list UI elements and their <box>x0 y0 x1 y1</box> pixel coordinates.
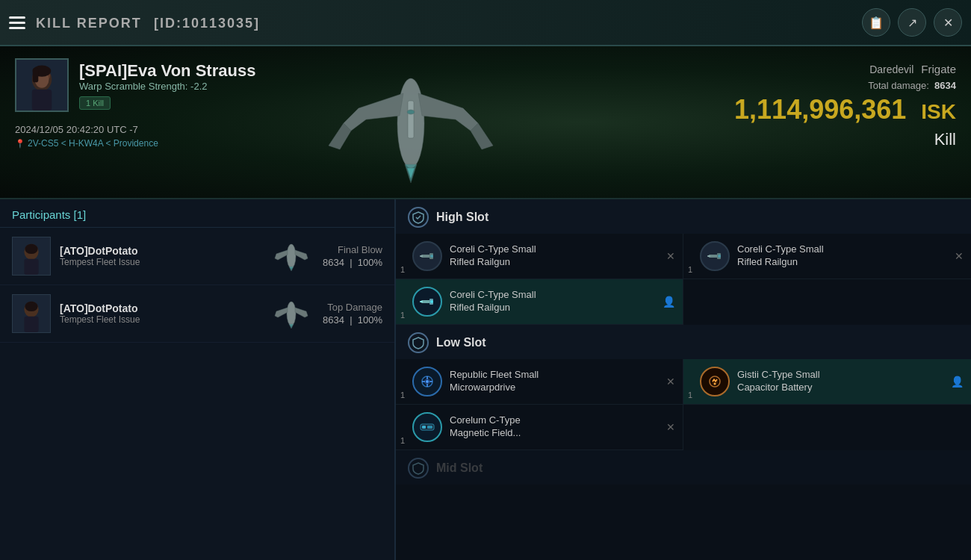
pilot-sub: Warp Scramble Strength: -2.2 <box>79 81 255 92</box>
svg-point-17 <box>25 302 37 311</box>
svg-point-31 <box>430 300 433 303</box>
participant-damage-row: 8634 | 100% <box>323 257 382 268</box>
more-slot-icon <box>408 458 429 479</box>
module-remove-button[interactable]: ✕ <box>666 250 675 262</box>
module-item[interactable]: 1 Corelum C-TypeMagnetic Field... ✕ <box>396 405 683 450</box>
close-icon: ✕ <box>943 16 953 30</box>
module-icon <box>700 367 730 396</box>
isk-value: 1,114,996,361 ISK <box>734 94 956 125</box>
participant-avatar-img <box>13 237 50 276</box>
module-remove-button[interactable]: ✕ <box>666 376 675 388</box>
copy-button[interactable]: 📋 <box>862 8 890 37</box>
title-id: [ID:10113035] <box>154 16 260 31</box>
ship-name: Daredevil <box>869 63 913 75</box>
hero-location[interactable]: 2V-CS5 < H-KW4A < Providence <box>15 138 299 149</box>
participant-stats: Top Damage 8634 | 100% <box>323 302 382 326</box>
header-title: KILL REPORT [ID:10113035] <box>36 13 862 32</box>
menu-button[interactable] <box>9 16 25 29</box>
high-slot-icon <box>408 207 429 228</box>
module-item[interactable]: 1 Coreli C-Type SmallRifled Railgun ✕ <box>683 234 971 279</box>
participant-item[interactable]: [ATO]DotPotato Tempest Fleet Issue Top D… <box>0 285 394 343</box>
header-icons: 📋 ↗ ✕ <box>862 8 962 37</box>
module-icon <box>412 241 442 271</box>
total-damage-row: Total damage: 8634 <box>734 80 956 91</box>
participant-percent: 100% <box>358 257 382 268</box>
svg-rect-39 <box>422 426 426 429</box>
module-name: Coreli C-Type SmallRifled Railgun <box>450 289 536 314</box>
participants-count: [1] <box>74 208 87 221</box>
low-slot-title: Low Slot <box>436 336 486 349</box>
ship-icon <box>269 297 314 331</box>
participant-info: [ATO]DotPotato Tempest Fleet Issue <box>60 302 260 325</box>
header: KILL REPORT [ID:10113035] 📋 ↗ ✕ <box>0 0 971 46</box>
module-qty: 1 <box>688 265 692 274</box>
railgun-icon <box>419 293 435 310</box>
participant-ship: Tempest Fleet Issue <box>60 314 260 325</box>
module-item[interactable]: 1 Republic Fleet SmallMicrowarpdrive ✕ <box>396 359 683 405</box>
export-button[interactable]: ↗ <box>898 8 926 37</box>
module-qty: 1 <box>400 391 405 399</box>
module-name: Coreli C-Type SmallRifled Railgun <box>737 243 824 269</box>
module-item-highlighted[interactable]: 1 Gistii C-Type SmallCapacitor Battery 👤 <box>683 359 971 405</box>
svg-rect-13 <box>24 259 38 275</box>
svg-point-14 <box>287 244 296 268</box>
module-name: Republic Fleet SmallMicrowarpdrive <box>450 369 539 394</box>
total-damage-value: 8634 <box>934 80 956 91</box>
capacitor-icon <box>707 373 723 390</box>
more-slot-title: Mid Slot <box>436 461 483 475</box>
module-remove-button[interactable]: ✕ <box>666 421 675 433</box>
hero-ship <box>284 54 538 192</box>
module-qty: 1 <box>400 265 405 274</box>
module-icon <box>412 287 442 317</box>
module-pilot-icon: 👤 <box>663 296 675 308</box>
modules-panel: High Slot 1 Coreli C-Type SmallRifled Ra… <box>396 199 971 560</box>
participant-ship-img <box>269 297 314 331</box>
module-item-highlighted[interactable]: 1 Coreli C-Type SmallRifled Railgun 👤 <box>396 279 683 325</box>
svg-rect-6 <box>33 68 39 82</box>
mag-icon <box>419 419 435 435</box>
low-slot-header: Low Slot <box>396 325 971 359</box>
participant-damage-row: 8634 | 100% <box>323 314 382 326</box>
close-button[interactable]: ✕ <box>934 8 962 37</box>
participant-avatar <box>12 237 51 276</box>
svg-point-27 <box>718 255 721 258</box>
pilot-row: [SPAI]Eva Von Strauss Warp Scramble Stre… <box>15 58 299 112</box>
svg-rect-26 <box>707 255 710 257</box>
participant-ship-img <box>269 240 314 273</box>
ship-image <box>314 49 508 198</box>
module-name: Corelum C-TypeMagnetic Field... <box>450 414 521 440</box>
module-name: Coreli C-Type SmallRifled Railgun <box>450 243 536 269</box>
hero-right: Daredevil Frigate Total damage: 8634 1,1… <box>734 61 956 149</box>
high-slot-grid: 1 Coreli C-Type SmallRifled Railgun ✕ 1 <box>396 234 971 325</box>
shield-icon <box>412 336 425 349</box>
high-slot-header: High Slot <box>396 199 971 234</box>
participant-avatar <box>12 294 51 333</box>
module-item[interactable]: 1 Coreli C-Type SmallRifled Railgun ✕ <box>396 234 683 279</box>
more-slot-header: Mid Slot <box>396 450 971 485</box>
total-damage-label: Total damage: <box>868 80 929 91</box>
high-slot-title: High Slot <box>436 211 488 224</box>
participant-ship: Tempest Fleet Issue <box>60 257 260 267</box>
participant-label: Top Damage <box>327 302 382 313</box>
ship-class: Daredevil Frigate <box>734 61 956 77</box>
participant-name: [ATO]DotPotato <box>60 302 260 314</box>
participant-info: [ATO]DotPotato Tempest Fleet Issue <box>60 245 260 267</box>
participant-item[interactable]: [ATO]DotPotato Tempest Fleet Issue Final… <box>0 228 394 285</box>
module-icon <box>412 412 442 442</box>
svg-point-12 <box>25 244 37 254</box>
copy-icon: 📋 <box>869 16 884 30</box>
module-remove-button[interactable]: ✕ <box>955 250 964 262</box>
kill-badge: 1 Kill <box>79 96 111 110</box>
module-icon <box>700 241 730 271</box>
participant-label: Final Blow <box>338 244 382 255</box>
participant-damage: 8634 <box>323 314 344 326</box>
module-pilot-icon: 👤 <box>951 376 964 388</box>
participant-avatar-img <box>13 294 50 333</box>
participants-label: Participants <box>12 208 70 221</box>
bottom-panel: Participants [1] [ATO]DotPotato Tempest … <box>0 199 971 560</box>
isk-unit: ISK <box>921 100 956 123</box>
ship-type: Frigate <box>921 63 956 75</box>
svg-rect-30 <box>420 301 423 302</box>
svg-rect-40 <box>427 426 432 429</box>
low-slot-icon <box>408 332 429 353</box>
